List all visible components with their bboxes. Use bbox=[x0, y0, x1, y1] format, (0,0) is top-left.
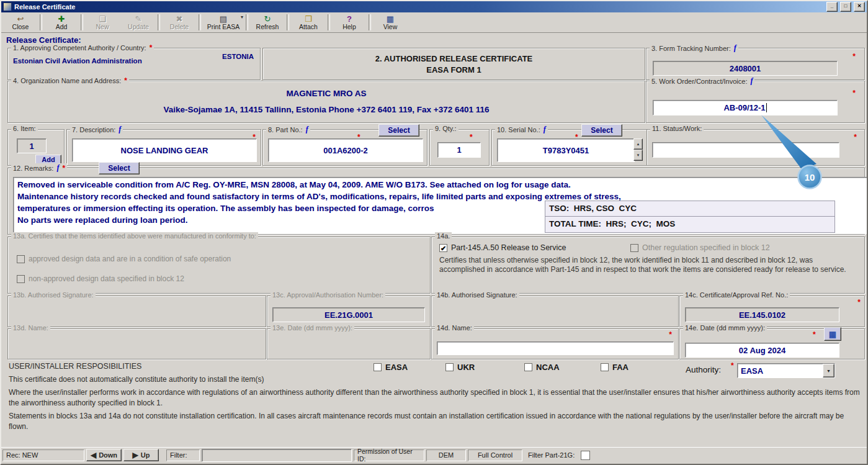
toolbar: ↩ Close ✚ Add ❏ New ✎ Update ✖ Delete ▤ … bbox=[1, 12, 867, 33]
field-hint-f: f bbox=[734, 43, 736, 53]
required-marker: * bbox=[857, 298, 861, 307]
new-icon: ❏ bbox=[99, 15, 106, 23]
block4-label: 4. Organization Name and Address: bbox=[13, 77, 121, 84]
toolbar-view-label: View bbox=[383, 23, 398, 30]
field-hint-f: f bbox=[544, 125, 546, 134]
non-approved-design-checkbox-row: non-approved design data specified in bl… bbox=[17, 274, 184, 283]
maximize-button[interactable]: □ bbox=[840, 2, 851, 12]
tso-overlay-field: TSO: HRS, CSO CYC bbox=[545, 201, 835, 217]
block2-certificate-title-group: 2. AUTHORISED RELEASE CERTIFICATE EASA F… bbox=[262, 48, 645, 80]
approval-authorisation-number-field: EE.21G.0001 bbox=[272, 307, 425, 322]
date-14e-input[interactable]: 02 Aug 2024 bbox=[685, 343, 839, 358]
easa-checkbox-label: EASA bbox=[385, 363, 408, 372]
serial-no-select-button[interactable]: Select bbox=[581, 124, 622, 137]
up-button[interactable]: ▶ Up bbox=[123, 449, 159, 461]
other-regulation-checkbox-row: Other regulation specified in block 12 bbox=[630, 243, 770, 252]
toolbar-view-button[interactable]: ▦ View bbox=[372, 12, 408, 32]
status-work-input[interactable] bbox=[652, 142, 839, 158]
block14c-label: 14c. Certificate/Approval Ref. No.: bbox=[685, 291, 788, 299]
part145-release-checkbox[interactable]: ✔ bbox=[439, 244, 447, 252]
attach-icon: ❒ bbox=[305, 15, 312, 23]
block5-label: 5. Work Order/Contract/Invoice: bbox=[651, 78, 747, 85]
spinner-up-icon: ▲ bbox=[637, 142, 640, 146]
block13c-label: 13c. Approval/Authorisation Number: bbox=[272, 291, 383, 299]
down-button[interactable]: ◀ Down bbox=[86, 449, 122, 461]
faa-checkbox[interactable] bbox=[601, 363, 609, 371]
block14b-label: 14b. Authorised Signature: bbox=[437, 291, 517, 299]
ukr-checkbox[interactable] bbox=[445, 363, 454, 371]
toolbar-print-easa-button[interactable]: ▤ Print EASA ▾ bbox=[202, 12, 244, 32]
toolbar-new-button[interactable]: ❏ New bbox=[84, 12, 120, 32]
help-icon: ? bbox=[347, 15, 352, 23]
part-no-input[interactable]: 001A6200-2 bbox=[268, 138, 423, 162]
work-order-input[interactable]: AB-09/12-1 bbox=[653, 100, 838, 115]
spinner-down-icon: ▼ bbox=[637, 153, 640, 157]
block11-status-work-group: 11. Status/Work: * bbox=[647, 129, 865, 166]
spinner-down-button[interactable]: ▼ bbox=[633, 150, 643, 161]
toolbar-delete-button[interactable]: ✖ Delete bbox=[161, 12, 197, 32]
form-tracking-number-field: 2408001 bbox=[653, 61, 838, 76]
block14a-certification-text: Certifies that unless otherwise specifie… bbox=[439, 256, 856, 291]
toolbar-update-label: Update bbox=[128, 23, 149, 30]
install-note-text: This certificate does not automatically … bbox=[9, 374, 264, 385]
down-button-label: Down bbox=[99, 451, 117, 459]
approved-design-checkbox-row: approved design data and are in a condit… bbox=[17, 255, 231, 263]
item-number-field: 1 bbox=[17, 138, 47, 153]
ncaa-checkbox[interactable] bbox=[524, 363, 532, 371]
block13e-group: 13e. Date (dd mmm yyyy): bbox=[267, 328, 431, 359]
toolbar-add-button[interactable]: ✚ Add bbox=[43, 12, 79, 32]
filter-input[interactable] bbox=[202, 449, 352, 462]
close-record-icon: ↩ bbox=[17, 15, 24, 23]
toolbar-update-button[interactable]: ✎ Update bbox=[120, 12, 156, 32]
toolbar-add-label: Add bbox=[56, 23, 68, 30]
block4-organization-group: 4. Organization Name and Address:* MAGNE… bbox=[7, 81, 645, 123]
minimize-icon: _ bbox=[831, 3, 833, 9]
organization-address: Vaike-Sojamae 1A, 11415 Tallinn, Estonia… bbox=[8, 105, 645, 114]
required-marker: * bbox=[731, 361, 734, 370]
print-icon: ▤ bbox=[220, 15, 227, 23]
toolbar-separator bbox=[81, 14, 83, 30]
easa-checkbox[interactable] bbox=[374, 363, 382, 371]
qty-input[interactable]: 1 bbox=[437, 142, 481, 158]
part-no-select-button[interactable]: Select bbox=[378, 124, 419, 137]
non-approved-design-checkbox[interactable] bbox=[17, 275, 25, 283]
approved-design-checkbox[interactable] bbox=[17, 255, 25, 263]
filter-part21g-checkbox[interactable] bbox=[581, 451, 590, 460]
faa-checkbox-label: FAA bbox=[612, 363, 629, 372]
spinner-up-button[interactable]: ▲ bbox=[633, 138, 643, 150]
field-hint-f: f bbox=[306, 125, 308, 134]
block13a-group: 13a. Certifies that the items identified… bbox=[7, 237, 431, 294]
block1-label: 1. Approving Competent Authority / Count… bbox=[13, 44, 146, 52]
block13b-group: 13b. Authorised Signature: bbox=[7, 296, 266, 327]
remarks-select-button[interactable]: Select bbox=[99, 162, 140, 174]
toolbar-refresh-button[interactable]: ↻ Refresh bbox=[249, 12, 285, 32]
print-dropdown-icon[interactable]: ▾ bbox=[241, 14, 243, 20]
block14b-group: 14b. Authorised Signature: bbox=[431, 296, 679, 327]
name-14d-input[interactable] bbox=[437, 341, 674, 355]
add-icon: ✚ bbox=[58, 15, 65, 23]
toolbar-attach-button[interactable]: ❒ Attach bbox=[290, 12, 326, 32]
serial-no-spinner: ▲ ▼ bbox=[633, 138, 643, 161]
calendar-button[interactable]: ▦ bbox=[824, 327, 841, 341]
certificate-approval-ref-field: EE.145.0102 bbox=[685, 307, 839, 322]
toolbar-separator bbox=[246, 14, 248, 30]
toolbar-close-button[interactable]: ↩ Close bbox=[2, 12, 38, 32]
close-window-button[interactable]: ✕ bbox=[854, 2, 865, 12]
block9-qty-group: 9. Qty.: * 1 bbox=[429, 129, 490, 166]
faa-checkbox-row: FAA bbox=[601, 363, 629, 372]
minimize-button[interactable]: _ bbox=[826, 2, 838, 12]
serial-no-input[interactable]: T9783Y0451 bbox=[497, 138, 635, 162]
ncaa-checkbox-row: NCAA bbox=[524, 363, 560, 372]
description-input[interactable]: NOSE LANDING GEAR bbox=[72, 138, 257, 162]
block14d-group: 14d. Name: * bbox=[431, 328, 679, 359]
toolbar-separator bbox=[158, 14, 160, 30]
permission-value-panel: Full Control bbox=[468, 449, 522, 461]
authority-dropdown-button[interactable]: ▼ bbox=[823, 364, 834, 377]
status-bar: Rec: NEW ◀ Down ▶ Up Filter: Permission … bbox=[1, 447, 867, 463]
toolbar-help-button[interactable]: ? Help bbox=[331, 12, 367, 32]
toolbar-separator bbox=[328, 14, 330, 30]
authority-dropdown[interactable]: EASA ▼ bbox=[737, 363, 835, 378]
other-regulation-checkbox[interactable] bbox=[630, 244, 638, 252]
block7-description-group: 7. Description:f * NOSE LANDING GEAR bbox=[66, 129, 261, 166]
up-button-label: Up bbox=[141, 451, 150, 459]
